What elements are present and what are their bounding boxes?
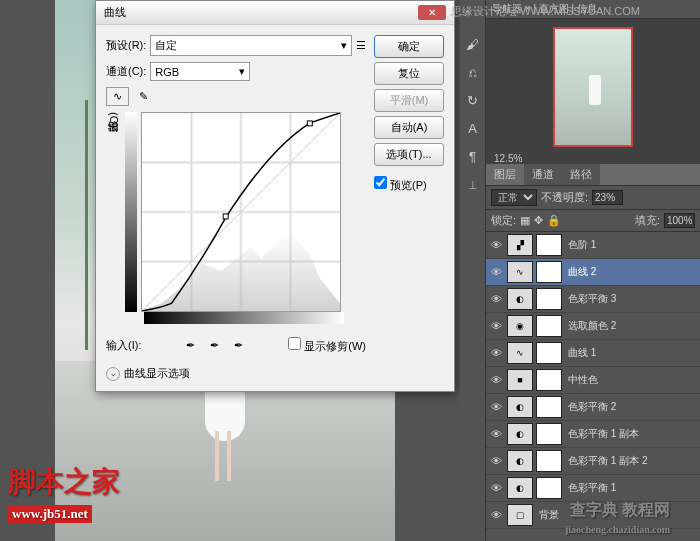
visibility-eye-icon[interactable]: 👁: [488, 372, 504, 388]
visibility-eye-icon[interactable]: 👁: [488, 480, 504, 496]
history-tool-icon[interactable]: ↻: [461, 88, 485, 112]
adjustment-thumb[interactable]: ▞: [507, 234, 533, 256]
layer-name-label[interactable]: 色彩平衡 3: [565, 292, 698, 306]
gray-point-eyedropper-icon[interactable]: ✒: [206, 336, 224, 354]
preset-menu-icon[interactable]: ☰: [356, 39, 366, 52]
black-point-eyedropper-icon[interactable]: ✒: [182, 336, 200, 354]
adjustment-thumb[interactable]: ■: [507, 369, 533, 391]
layer-name-label[interactable]: 选取颜色 2: [565, 319, 698, 333]
adjustment-thumb[interactable]: ∿: [507, 342, 533, 364]
visibility-eye-icon[interactable]: 👁: [488, 507, 504, 523]
curve-path[interactable]: [142, 113, 340, 311]
adjustment-thumb[interactable]: ◐: [507, 396, 533, 418]
visibility-eye-icon[interactable]: 👁: [488, 237, 504, 253]
options-button[interactable]: 选项(T)...: [374, 143, 444, 166]
layer-name-label[interactable]: 色彩平衡 1: [565, 481, 698, 495]
show-clipping-checkbox[interactable]: 显示修剪(W): [288, 337, 366, 354]
visibility-eye-icon[interactable]: 👁: [488, 345, 504, 361]
chevron-down-icon: ▾: [341, 39, 347, 52]
smooth-button[interactable]: 平滑(M): [374, 89, 444, 112]
layer-name-label[interactable]: 曲线 2: [565, 265, 698, 279]
lock-all-icon[interactable]: 🔒: [547, 214, 561, 227]
adjustment-thumb[interactable]: ◐: [507, 288, 533, 310]
clone-tool-icon[interactable]: ⎌: [461, 60, 485, 84]
visibility-eye-icon[interactable]: 👁: [488, 264, 504, 280]
layer-row[interactable]: 👁◐色彩平衡 3: [486, 286, 700, 313]
layer-row[interactable]: 👁◐色彩平衡 1: [486, 475, 700, 502]
layer-row[interactable]: 👁◉选取颜色 2: [486, 313, 700, 340]
fill-input[interactable]: [664, 213, 695, 228]
text-tool-icon[interactable]: A: [461, 116, 485, 140]
lock-position-icon[interactable]: ✥: [534, 214, 543, 227]
layer-name-label[interactable]: 中性色: [565, 373, 698, 387]
white-point-eyedropper-icon[interactable]: ✒: [230, 336, 248, 354]
layer-name-label[interactable]: 曲线 1: [565, 346, 698, 360]
visibility-eye-icon[interactable]: 👁: [488, 291, 504, 307]
brush-tool-icon[interactable]: 🖌: [461, 32, 485, 56]
adjustment-thumb[interactable]: ◐: [507, 450, 533, 472]
visibility-eye-icon[interactable]: 👁: [488, 318, 504, 334]
navigator-panel[interactable]: 12.5%: [486, 19, 700, 164]
svg-rect-1: [307, 121, 312, 126]
lock-pixels-icon[interactable]: ▦: [520, 214, 530, 227]
ruler-tool-icon[interactable]: ⟂: [461, 172, 485, 196]
visibility-eye-icon[interactable]: 👁: [488, 399, 504, 415]
layer-row[interactable]: 👁∿曲线 1: [486, 340, 700, 367]
layer-name-label[interactable]: 色彩平衡 2: [565, 400, 698, 414]
layer-name-label[interactable]: 色阶 1: [565, 238, 698, 252]
preview-checkbox[interactable]: 预览(P): [374, 176, 444, 193]
output-gradient: [125, 112, 137, 312]
layer-row[interactable]: 👁◐色彩平衡 1 副本: [486, 421, 700, 448]
visibility-eye-icon[interactable]: 👁: [488, 453, 504, 469]
mask-thumb[interactable]: [536, 315, 562, 337]
watermark-site2: 查字典 教程网: [570, 500, 670, 521]
layer-row[interactable]: 👁■中性色: [486, 367, 700, 394]
channel-label: 通道(C):: [106, 64, 146, 79]
opacity-input[interactable]: [592, 190, 623, 205]
blend-mode-select[interactable]: 正常: [491, 189, 537, 206]
mask-thumb[interactable]: [536, 477, 562, 499]
layer-list: 👁▞色阶 1👁∿曲线 2👁◐色彩平衡 3👁◉选取颜色 2👁∿曲线 1👁■中性色👁…: [486, 232, 700, 541]
paragraph-tool-icon[interactable]: ¶: [461, 144, 485, 168]
mask-thumb[interactable]: [536, 261, 562, 283]
adjustment-thumb[interactable]: ∿: [507, 261, 533, 283]
layer-name-label[interactable]: 色彩平衡 1 副本 2: [565, 454, 698, 468]
dialog-titlebar[interactable]: 曲线 ✕: [96, 1, 454, 25]
adjustment-thumb[interactable]: ▢: [507, 504, 533, 526]
mask-thumb[interactable]: [536, 369, 562, 391]
tab-paths[interactable]: 路径: [562, 164, 600, 185]
mask-thumb[interactable]: [536, 450, 562, 472]
curve-grid[interactable]: [141, 112, 341, 312]
visibility-eye-icon[interactable]: 👁: [488, 426, 504, 442]
expand-chevron-icon[interactable]: ⌵: [106, 367, 120, 381]
adjustment-thumb[interactable]: ◐: [507, 423, 533, 445]
layer-row[interactable]: 👁◐色彩平衡 1 副本 2: [486, 448, 700, 475]
preset-label: 预设(R):: [106, 38, 146, 53]
tab-channels[interactable]: 通道: [524, 164, 562, 185]
ok-button[interactable]: 确定: [374, 35, 444, 58]
pencil-tool-icon[interactable]: ✎: [133, 88, 154, 105]
mask-thumb[interactable]: [536, 396, 562, 418]
mask-thumb[interactable]: [536, 342, 562, 364]
preset-select[interactable]: 自定▾: [150, 35, 352, 56]
cancel-button[interactable]: 复位: [374, 62, 444, 85]
layer-row[interactable]: 👁∿曲线 2: [486, 259, 700, 286]
mask-thumb[interactable]: [536, 423, 562, 445]
auto-button[interactable]: 自动(A): [374, 116, 444, 139]
layer-name-label[interactable]: 色彩平衡 1 副本: [565, 427, 698, 441]
fill-label: 填充:: [635, 213, 660, 228]
watermark-site1-url: www.jb51.net: [8, 505, 92, 523]
layer-row[interactable]: 👁▞色阶 1: [486, 232, 700, 259]
adjustment-thumb[interactable]: ◉: [507, 315, 533, 337]
lock-label: 锁定:: [491, 213, 516, 228]
navigator-thumbnail[interactable]: [553, 27, 633, 147]
tab-layers[interactable]: 图层: [486, 164, 524, 185]
zoom-level[interactable]: 12.5%: [490, 151, 696, 166]
mask-thumb[interactable]: [536, 234, 562, 256]
channel-select[interactable]: RGB▾: [150, 62, 250, 81]
mask-thumb[interactable]: [536, 288, 562, 310]
close-icon[interactable]: ✕: [418, 5, 446, 20]
curve-tool-icon[interactable]: ∿: [106, 87, 129, 106]
layer-row[interactable]: 👁◐色彩平衡 2: [486, 394, 700, 421]
adjustment-thumb[interactable]: ◐: [507, 477, 533, 499]
